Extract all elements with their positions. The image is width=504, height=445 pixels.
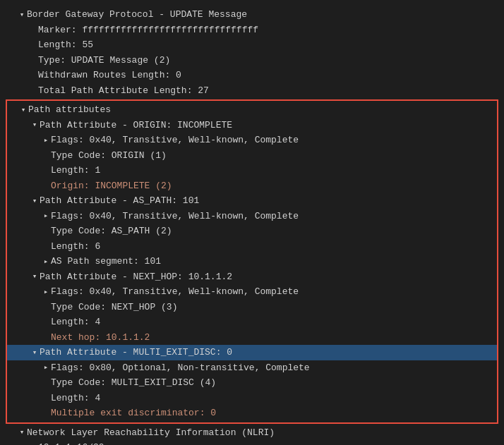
aspath-flags-toggle[interactable] [41, 210, 51, 222]
aspath-segment-row[interactable]: AS Path segment: 101 [7, 254, 497, 269]
bgp-root-row[interactable]: Border Gateway Protocol - UPDATE Message [6, 7, 498, 23]
nexthop-label: Path Attribute - NEXT_HOP: 10.1.1.2 [40, 270, 232, 284]
aspath-flags-text: Flags: 0x40, Transitive, Well-known, Com… [51, 209, 299, 224]
total-path-row: Total Path Attribute Length: 27 [6, 83, 498, 99]
aspath-typecode-text: Type Code: AS_PATH (2) [51, 224, 172, 238]
path-attrs-toggle[interactable] [18, 104, 28, 116]
nexthop-length-row: Length: 4 [7, 315, 497, 330]
origin-length-row: Length: 1 [7, 163, 497, 178]
origin-flags-row[interactable]: Flags: 0x40, Transitive, Well-known, Com… [7, 133, 497, 148]
origin-toggle[interactable] [30, 119, 40, 131]
nexthop-root-row[interactable]: Path Attribute - NEXT_HOP: 10.1.1.2 [7, 269, 497, 285]
path-attributes-section: Path attributes Path Attribute - ORIGIN:… [6, 99, 498, 424]
nlri-prefix-label: 10.1.1.16/30 [38, 441, 104, 445]
aspath-segment-toggle[interactable] [41, 256, 51, 268]
marker-row: Marker: ffffffffffffffffffffffffffffffff [6, 23, 498, 38]
origin-flags-text: Flags: 0x40, Transitive, Well-known, Com… [51, 133, 299, 147]
nlri-prefix-toggle[interactable] [28, 442, 38, 446]
med-typecode-text: Type Code: MULTI_EXIT_DISC (4) [51, 376, 216, 390]
aspath-length-row: Length: 6 [7, 239, 497, 255]
nexthop-length-text: Length: 4 [51, 315, 100, 329]
nexthop-typecode-text: Type Code: NEXT_HOP (3) [51, 300, 177, 315]
path-attrs-label: Path attributes [28, 103, 111, 117]
nexthop-value-text: Next hop: 10.1.1.2 [51, 331, 150, 345]
total-path-text: Total Path Attribute Length: 27 [38, 84, 209, 98]
origin-length-text: Length: 1 [51, 164, 100, 178]
med-flags-text: Flags: 0x80, Optional, Non-transitive, C… [51, 361, 310, 375]
aspath-label: Path Attribute - AS_PATH: 101 [40, 194, 199, 208]
nlri-label: Network Layer Reachability Information (… [27, 426, 275, 440]
nlri-root-row[interactable]: Network Layer Reachability Information (… [6, 425, 498, 441]
nexthop-flags-toggle[interactable] [41, 286, 51, 298]
length-text: Length: 55 [38, 38, 93, 52]
aspath-root-row[interactable]: Path Attribute - AS_PATH: 101 [7, 193, 497, 209]
med-toggle[interactable] [30, 347, 40, 359]
med-value-text: Multiple exit discriminator: 0 [51, 406, 216, 420]
med-typecode-row: Type Code: MULTI_EXIT_DISC (4) [7, 375, 497, 391]
origin-typecode-row: Type Code: ORIGIN (1) [7, 148, 497, 164]
bgp-label: Border Gateway Protocol - UPDATE Message [27, 8, 247, 22]
aspath-segment-text: AS Path segment: 101 [51, 255, 161, 269]
nexthop-flags-row[interactable]: Flags: 0x40, Transitive, Well-known, Com… [7, 284, 497, 300]
med-label: Path Attribute - MULTI_EXIT_DISC: 0 [40, 346, 232, 360]
aspath-toggle[interactable] [30, 195, 40, 207]
origin-flags-toggle[interactable] [41, 135, 51, 147]
packet-tree: Border Gateway Protocol - UPDATE Message… [0, 4, 504, 445]
nexthop-value-row: Next hop: 10.1.1.2 [7, 330, 497, 346]
aspath-flags-row[interactable]: Flags: 0x40, Transitive, Well-known, Com… [7, 209, 497, 224]
aspath-length-text: Length: 6 [51, 240, 100, 254]
nexthop-toggle[interactable] [30, 271, 40, 283]
aspath-typecode-row: Type Code: AS_PATH (2) [7, 224, 497, 239]
nlri-toggle[interactable] [17, 427, 27, 439]
med-flags-toggle[interactable] [41, 362, 51, 374]
type-row: Type: UPDATE Message (2) [6, 53, 498, 68]
path-attrs-root-row[interactable]: Path attributes [7, 102, 497, 118]
type-text: Type: UPDATE Message (2) [38, 54, 170, 68]
marker-text: Marker: ffffffffffffffffffffffffffffffff [38, 23, 258, 37]
origin-value-text: Origin: INCOMPLETE (2) [51, 179, 172, 193]
nexthop-flags-text: Flags: 0x40, Transitive, Well-known, Com… [51, 285, 299, 299]
nexthop-typecode-row: Type Code: NEXT_HOP (3) [7, 300, 497, 315]
origin-label: Path Attribute - ORIGIN: INCOMPLETE [40, 118, 232, 133]
origin-value-row: Origin: INCOMPLETE (2) [7, 178, 497, 194]
length-row: Length: 55 [6, 37, 498, 53]
med-flags-row[interactable]: Flags: 0x80, Optional, Non-transitive, C… [7, 360, 497, 376]
origin-typecode-text: Type Code: ORIGIN (1) [51, 149, 167, 163]
withdrawn-text: Withdrawn Routes Length: 0 [38, 68, 181, 83]
med-value-row: Multiple exit discriminator: 0 [7, 406, 497, 421]
nlri-prefix-root-row[interactable]: 10.1.1.16/30 [6, 440, 498, 445]
med-root-row[interactable]: Path Attribute - MULTI_EXIT_DISC: 0 [7, 345, 497, 360]
med-length-text: Length: 4 [51, 391, 100, 406]
withdrawn-row: Withdrawn Routes Length: 0 [6, 68, 498, 83]
origin-root-row[interactable]: Path Attribute - ORIGIN: INCOMPLETE [7, 118, 497, 133]
med-length-row: Length: 4 [7, 391, 497, 406]
bgp-toggle[interactable] [17, 9, 27, 21]
